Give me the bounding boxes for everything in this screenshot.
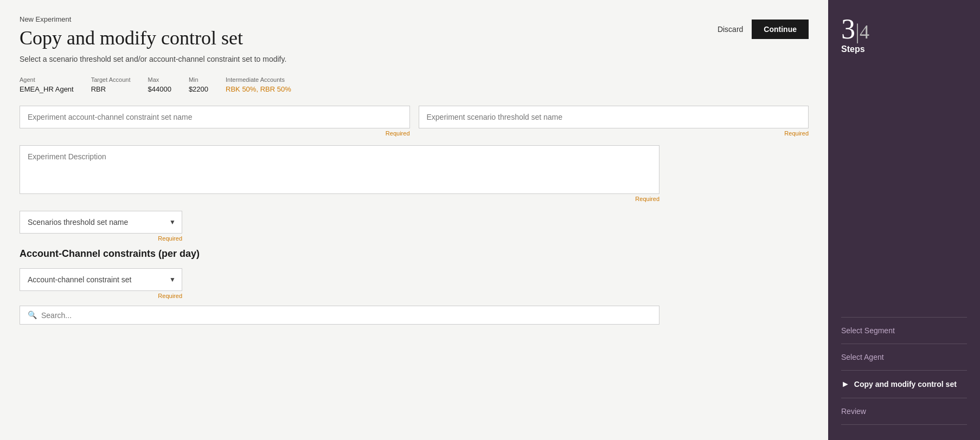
intermediate-accounts-value: RBK 50%, RBR 50% <box>226 85 291 93</box>
sidebar-item-select-agent[interactable]: Select Agent <box>841 344 967 370</box>
meta-intermediate-accounts: Intermediate Accounts RBK 50%, RBR 50% <box>226 76 291 94</box>
agent-value: EMEA_HR Agent <box>20 85 74 93</box>
account-channel-wrapper: Account-channel constraint set ▼ <box>20 268 182 291</box>
description-required: Required <box>20 196 659 202</box>
target-account-value: RBR <box>91 85 106 93</box>
constraints-heading: Account-Channel constraints (per day) <box>20 248 809 260</box>
account-channel-select[interactable]: Account-channel constraint set <box>20 268 182 291</box>
account-channel-name-field: Required <box>20 106 410 137</box>
search-input[interactable] <box>41 311 651 320</box>
account-channel-required: Required <box>20 293 182 299</box>
sidebar-steps: Select Segment Select Agent ► Copy and m… <box>841 230 967 425</box>
step-total: 4 <box>860 21 869 43</box>
scenario-threshold-name-field: Required <box>419 106 809 137</box>
steps-label: Steps <box>841 44 967 54</box>
sidebar-item-review[interactable]: Review <box>841 398 967 425</box>
account-channel-required: Required <box>20 130 410 137</box>
scenarios-threshold-select[interactable]: Scenarios threshold set name <box>20 211 182 234</box>
scenarios-threshold-required: Required <box>20 235 182 242</box>
step-current: 3 <box>841 14 855 44</box>
name-fields-row: Required Required <box>20 106 809 145</box>
agent-label: Agent <box>20 76 74 83</box>
step-counter: 3|4 <box>841 15 967 43</box>
search-box: 🔍 <box>20 306 659 325</box>
copy-modify-label: Copy and modify control set <box>854 380 957 389</box>
scenarios-threshold-dropdown-group: Scenarios threshold set name ▼ Required <box>20 211 182 242</box>
subtitle: Select a scenario threshold set and/or a… <box>20 55 286 63</box>
target-account-label: Target Account <box>91 76 131 83</box>
meta-max: Max $44000 <box>148 76 171 94</box>
discard-button[interactable]: Discard <box>718 25 743 34</box>
description-textarea[interactable] <box>20 145 659 194</box>
min-label: Min <box>189 76 208 83</box>
scenarios-threshold-wrapper: Scenarios threshold set name ▼ <box>20 211 182 234</box>
select-segment-label: Select Segment <box>841 326 895 335</box>
main-content: New Experiment Copy and modify control s… <box>0 0 828 440</box>
account-channel-name-input[interactable] <box>20 106 410 128</box>
scenario-threshold-name-input[interactable] <box>419 106 809 128</box>
account-channel-dropdown-group: Account-channel constraint set ▼ Require… <box>20 268 182 299</box>
description-field: Required <box>20 145 659 202</box>
scenario-threshold-required: Required <box>419 130 809 137</box>
search-icon: 🔍 <box>28 310 37 320</box>
min-value: $2200 <box>189 85 208 93</box>
meta-target-account: Target Account RBR <box>91 76 131 94</box>
meta-agent: Agent EMEA_HR Agent <box>20 76 74 94</box>
sidebar-item-copy-modify[interactable]: ► Copy and modify control set <box>841 370 967 398</box>
max-value: $44000 <box>148 85 171 93</box>
sidebar-item-select-segment[interactable]: Select Segment <box>841 317 967 344</box>
max-label: Max <box>148 76 171 83</box>
meta-row: Agent EMEA_HR Agent Target Account RBR M… <box>20 76 809 94</box>
page-title: Copy and modify control set <box>20 27 286 49</box>
intermediate-accounts-label: Intermediate Accounts <box>226 76 291 83</box>
review-label: Review <box>841 407 866 416</box>
sidebar: 3|4 Steps Select Segment Select Agent ► … <box>828 0 980 440</box>
breadcrumb: New Experiment <box>20 15 286 23</box>
select-agent-label: Select Agent <box>841 353 884 361</box>
active-arrow-icon: ► <box>841 379 850 389</box>
meta-min: Min $2200 <box>189 76 208 94</box>
continue-button[interactable]: Continue <box>752 20 809 39</box>
